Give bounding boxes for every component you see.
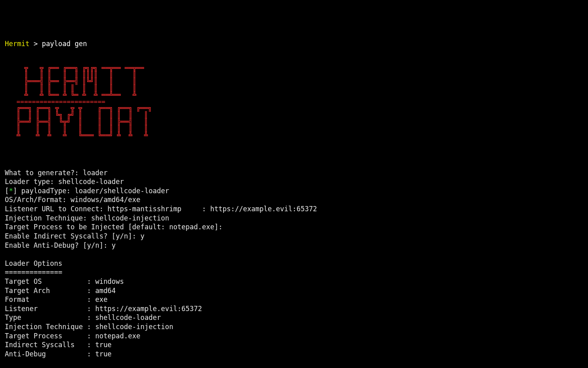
options-underline: ============== (5, 268, 62, 276)
prompt-command: payload gen (42, 40, 87, 48)
star-icon: * (9, 187, 13, 195)
terminal[interactable]: Hermit > payload gen ╦ ╦ ╔══ ╔══╗ ╔╗╔╗ ═… (5, 39, 583, 368)
line-target-process: Target Process to be Injected [default: … (5, 223, 222, 231)
ascii-hermit: ╦ ╦ ╔══ ╔══╗ ╔╗╔╗ ══╦══ ══╦══ ║ ║ ║ ║ ║ … (5, 64, 144, 99)
opt-target-process: Target Process : notepad.exe (5, 332, 140, 340)
line-loader-type: Loader type: shellcode-loader (5, 178, 124, 186)
options-title: Loader Options (5, 259, 62, 267)
line-what: What to generate?: loader (5, 169, 108, 177)
prompt-sep: > (29, 40, 42, 48)
line-indirect-syscalls: Enable Indirect Syscalls? [y/n]: y (5, 232, 144, 240)
opt-anti-debug: Anti-Debug : true (5, 350, 112, 358)
opt-target-os: Target OS : windows (5, 277, 124, 285)
ascii-payload: ╔══╗ ╔══╗ ╦ ╦ ╦ ╔══╗ ╔══╗ ╔══╗ ║ ║ ║ ║ ╚… (5, 104, 152, 139)
line-anti-debug: Enable Anti-Debug? [y/n]: y (5, 241, 116, 249)
opt-type: Type : shellcode-loader (5, 313, 161, 321)
line-os-arch: OS/Arch/Format: windows/amd64/exe (5, 196, 140, 204)
line-payload-type: [*] payloadType: loader/shellcode-loader (5, 187, 169, 195)
ascii-banner: ╦ ╦ ╔══ ╔══╗ ╔╗╔╗ ══╦══ ══╦══ ║ ║ ║ ║ ║ … (5, 65, 583, 139)
opt-target-arch: Target Arch : amd64 (5, 287, 116, 295)
opt-format: Format : exe (5, 295, 108, 303)
payload-type-text: payloadType: loader/shellcode-loader (17, 187, 169, 195)
line-listener-url: Listener URL to Connect: https-mantisshr… (5, 205, 317, 213)
prompt-label: Hermit (5, 40, 29, 48)
opt-listener: Listener : https://example.evil:65372 (5, 305, 202, 313)
line-injection: Injection Technique: shellcode-injection (5, 214, 169, 222)
opt-injection: Injection Technique : shellcode-injectio… (5, 323, 173, 331)
opt-indirect-syscalls: Indirect Syscalls : true (5, 341, 112, 349)
